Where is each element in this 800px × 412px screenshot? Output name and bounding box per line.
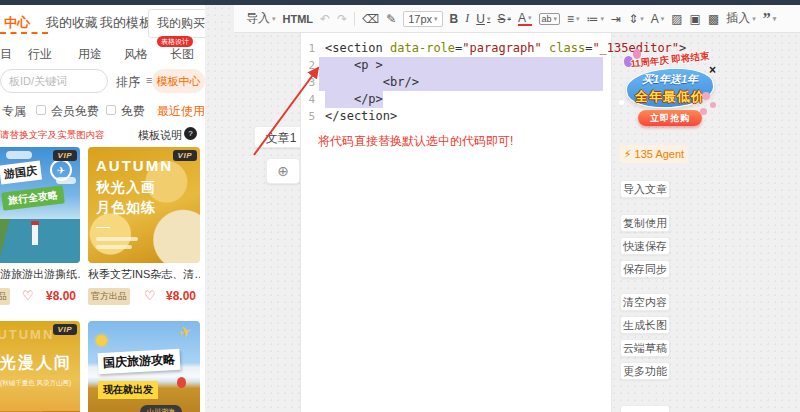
action-button-1[interactable]: 导入文章	[620, 180, 670, 198]
template-card-autumn-ins[interactable]: AUTUMN 秋光入画 月色如练 VIP 秋季文艺INS杂志、清… 官方出品 ♡…	[88, 147, 200, 263]
line-height-button[interactable]: ⇕▾	[628, 12, 644, 26]
subtab-usage[interactable]: 用途	[78, 46, 102, 63]
list-button[interactable]: ≔▾	[587, 12, 605, 26]
insert-menu[interactable]: 插入▾	[726, 10, 756, 27]
redo-icon[interactable]: ↷	[337, 12, 347, 26]
filter-member-free[interactable]: 会员免费	[51, 103, 99, 120]
anniversary-promo-banner[interactable]: 11周年庆 即将结束 买1年送1年 全年最低价 立即抢购 ×	[622, 48, 718, 132]
indent-button[interactable]: ⇥	[611, 12, 621, 26]
cover-line2: 月色如练	[96, 199, 156, 217]
letter-spacing-button[interactable]: A▾	[651, 12, 665, 26]
template-cover[interactable]: AUTUMN 秋光入画 月色如练 VIP	[88, 147, 200, 263]
chevron-down-icon: ▾	[773, 14, 777, 24]
template-caption[interactable]: 游旅游出游撕纸…	[0, 267, 80, 282]
filter-exclusive[interactable]: 专属	[2, 103, 26, 120]
format-brush-icon[interactable]: ✎	[386, 12, 396, 26]
cover-ribbon-text: 旅行全攻略	[1, 185, 65, 210]
action-button-4[interactable]: 保存同步	[620, 260, 670, 278]
tab-my-purchases[interactable]: 我的购买	[148, 9, 205, 38]
action-button-2[interactable]: 复制使用	[620, 214, 670, 232]
action-button-partial[interactable]	[620, 405, 670, 412]
vip-badge: VIP	[53, 150, 77, 161]
vip-badge: VIP	[53, 324, 77, 335]
recently-used-link[interactable]: 最近使用	[157, 103, 205, 120]
bold-button[interactable]: B	[450, 12, 459, 26]
official-badge: 官方出品	[0, 288, 10, 305]
undo-icon[interactable]: ↶	[320, 12, 330, 26]
member-free-checkbox[interactable]	[36, 105, 46, 115]
quote-button[interactable]: ”▾	[763, 14, 777, 24]
template-center-button[interactable]: 模板中心	[152, 69, 205, 93]
subtab-industry[interactable]: 行业	[28, 46, 52, 63]
plane-doodle-icon: ✈	[50, 159, 72, 181]
highlight-color-button[interactable]: ab▾	[539, 13, 561, 25]
template-help-label[interactable]: 模板说明	[138, 128, 182, 143]
chevron-down-icon: ▾	[528, 12, 532, 24]
align-button[interactable]: ≡▾	[567, 12, 580, 26]
action-button-5[interactable]: 清空内容	[620, 293, 670, 311]
favorite-heart-icon[interactable]: ♡	[144, 288, 156, 303]
template-card-national-day[interactable]: ✈ 国庆旅游攻略 现在就出发 山川湖海	[88, 321, 200, 412]
divider-button[interactable]: ▨	[671, 12, 682, 26]
template-price: ¥8.00	[166, 289, 196, 303]
new-feature-badge: 表格设计	[157, 36, 193, 47]
cloud-shape	[6, 151, 32, 159]
lighthouse-shape	[32, 225, 38, 245]
search-input[interactable]	[0, 69, 108, 93]
image-button[interactable]: ▣	[690, 12, 701, 26]
template-price: ¥8.00	[46, 289, 76, 303]
agent-button[interactable]: ⚡ 135 Agent	[620, 145, 688, 163]
chevron-down-icon: ▾	[661, 15, 665, 23]
replace-content-tip: 请替换文字及实景图内容	[0, 129, 105, 142]
chevron-down-icon: ▾	[434, 15, 438, 23]
cover-pill-text: 山川湖海	[140, 405, 182, 412]
app-root: 中心 我的收藏 我的模板 我的购买 目 行业 用途 风格 长图 表格设计 排序 …	[0, 0, 800, 412]
flower-decoration	[710, 102, 716, 108]
chevron-down-icon: ▾	[601, 15, 605, 23]
action-button-8[interactable]: 更多功能	[620, 362, 670, 380]
chevron-down-icon: ▾	[576, 15, 580, 23]
action-button-6[interactable]: 生成长图	[620, 316, 670, 334]
flower-decoration	[700, 108, 707, 115]
action-button-3[interactable]: 快速保存	[620, 237, 670, 255]
font-size-select[interactable]: 17px▾	[403, 11, 442, 27]
template-cover[interactable]: AUTUMN 光漫人间 (秋铺千重色 风染万山画) VIP	[0, 321, 80, 412]
official-badge: 官方出品	[88, 288, 130, 305]
gallery-button[interactable]: ▩	[708, 12, 719, 26]
help-question-icon[interactable]: ?	[184, 127, 197, 140]
action-button-7[interactable]: 云端草稿	[620, 339, 670, 357]
font-color-button[interactable]: A▾	[518, 12, 532, 26]
promo-line2: 买1年送1年	[628, 72, 712, 87]
filter-free[interactable]: 免费	[121, 103, 145, 120]
template-card-autumn-gold[interactable]: AUTUMN 光漫人间 (秋铺千重色 风染万山画) VIP	[0, 321, 80, 412]
free-checkbox[interactable]	[106, 105, 116, 115]
sort-label[interactable]: 排序	[116, 74, 140, 91]
template-cover[interactable]: ✈ 国庆旅游攻略 现在就出发 山川湖海	[88, 321, 200, 412]
cover-line1: 秋光入画	[96, 179, 156, 197]
tiny-text-bar	[96, 237, 138, 241]
underline-button[interactable]: U▾	[476, 12, 490, 26]
cover-watermark: AUTUMN	[0, 327, 54, 342]
cover-line1: 国庆旅游攻略	[98, 349, 181, 374]
tab-my-templates[interactable]: 我的模板	[100, 14, 152, 32]
tab-template-center[interactable]: 中心	[4, 14, 30, 32]
template-caption[interactable]: 秋季文艺INS杂志、清…	[88, 267, 200, 282]
italic-button[interactable]: I	[465, 11, 469, 26]
cover-title: AUTUMN	[96, 157, 173, 174]
promo-close-icon[interactable]: ×	[709, 65, 716, 75]
template-cover[interactable]: 游国庆 ✈ 旅行全攻略 VIP	[0, 147, 80, 263]
import-menu[interactable]: 导入▾	[246, 10, 276, 27]
template-footer: 官方出品 ♡ ¥8.00	[88, 287, 200, 305]
active-tab-underline	[0, 32, 48, 34]
subtab-style[interactable]: 风格	[124, 46, 148, 63]
clear-format-icon[interactable]: ⌫	[362, 12, 379, 26]
strikethrough-button[interactable]: S▾	[497, 12, 511, 26]
subtab-category[interactable]: 目	[0, 46, 12, 63]
favorite-heart-icon[interactable]: ♡	[22, 288, 34, 303]
vip-badge: VIP	[173, 150, 197, 161]
template-card-travel[interactable]: 游国庆 ✈ 旅行全攻略 VIP 游旅游出游撕纸… 官方出品 ♡ ¥8.00	[0, 147, 80, 263]
tab-my-favorites[interactable]: 我的收藏	[46, 14, 98, 32]
promo-cta-button[interactable]: 立即抢购	[638, 110, 702, 126]
subtab-longimage[interactable]: 长图	[170, 46, 194, 63]
html-source-button[interactable]: HTML	[283, 13, 314, 25]
